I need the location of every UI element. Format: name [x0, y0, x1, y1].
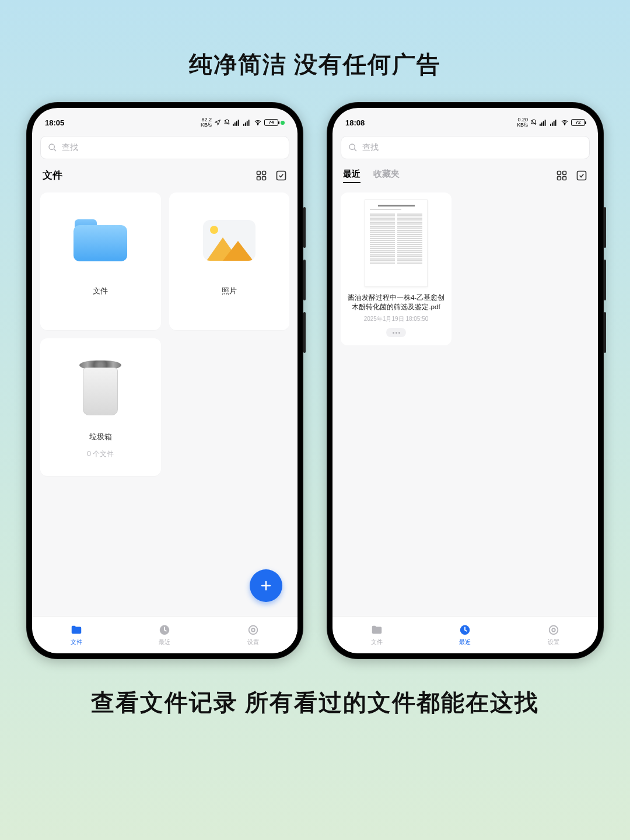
net-speed: 0.20 KB/s — [517, 117, 528, 128]
promo-headline-bottom: 查看文件记录 所有看过的文件都能在这找 — [0, 687, 630, 719]
search-icon — [48, 143, 57, 152]
svg-rect-6 — [247, 121, 248, 126]
promo-headline-top: 纯净简洁 没有任何广告 — [0, 48, 630, 80]
svg-rect-11 — [262, 171, 266, 174]
signal-icon — [540, 119, 548, 126]
net-speed: 82.2 KB/s — [201, 117, 212, 128]
svg-rect-23 — [552, 123, 553, 126]
header-row: 最近 收藏夹 — [332, 159, 598, 188]
wifi-icon — [561, 119, 569, 126]
document-thumbnail-icon — [365, 200, 428, 287]
svg-rect-14 — [277, 171, 286, 180]
trash-count: 0 个文件 — [87, 449, 114, 459]
checkbox-icon — [576, 170, 587, 181]
search-placeholder: 查找 — [62, 142, 78, 153]
status-time: 18:05 — [45, 118, 64, 127]
files-card[interactable]: 文件 — [40, 192, 161, 330]
svg-rect-12 — [257, 176, 261, 180]
gear-nav-icon — [547, 624, 560, 636]
recent-file-more-button[interactable] — [386, 328, 406, 337]
photos-label: 照片 — [222, 286, 237, 296]
trash-icon — [78, 357, 123, 415]
select-button[interactable] — [275, 170, 287, 181]
search-input[interactable]: 查找 — [341, 136, 590, 159]
battery-icon: 74 — [264, 119, 278, 126]
mute-icon — [223, 119, 230, 126]
recent-file-time: 2025年1月19日 18:05:50 — [364, 315, 429, 323]
phones-row: 18:05 82.2 KB/s 74 查找 — [26, 102, 604, 659]
recent-file-card[interactable]: 酱油发酵过程中一株4-乙基愈创木酚转化菌的筛选及鉴定.pdf 2025年1月19… — [341, 192, 452, 345]
wifi-icon — [254, 119, 262, 126]
svg-rect-19 — [541, 123, 542, 126]
svg-rect-10 — [257, 171, 261, 174]
folder-nav-icon — [370, 624, 383, 636]
nav-recent[interactable]: 最近 — [459, 624, 471, 646]
add-button[interactable] — [250, 569, 282, 602]
svg-point-35 — [552, 628, 555, 632]
search-input[interactable]: 查找 — [40, 136, 289, 159]
grid-icon — [556, 170, 568, 181]
select-button[interactable] — [576, 170, 587, 181]
tab-recent[interactable]: 最近 — [343, 169, 360, 182]
svg-point-34 — [550, 626, 558, 635]
svg-rect-28 — [558, 171, 561, 174]
location-icon — [214, 119, 221, 126]
grid-icon — [256, 170, 267, 181]
status-right: 0.20 KB/s 72 — [517, 117, 585, 128]
svg-rect-21 — [545, 120, 546, 126]
photos-card[interactable]: 照片 — [169, 192, 290, 330]
screen-right: 18:08 0.20 KB/s 72 查找 — [332, 108, 598, 653]
recent-file-name: 酱油发酵过程中一株4-乙基愈创木酚转化菌的筛选及鉴定.pdf — [346, 293, 446, 312]
nav-files[interactable]: 文件 — [370, 624, 383, 646]
svg-rect-25 — [555, 120, 556, 126]
status-bar: 18:05 82.2 KB/s 74 — [32, 113, 298, 132]
view-grid-button[interactable] — [556, 170, 568, 181]
svg-rect-30 — [558, 176, 561, 180]
svg-point-17 — [251, 628, 255, 632]
trash-card[interactable]: 垃圾箱 0 个文件 — [40, 338, 161, 476]
svg-point-27 — [349, 144, 355, 149]
tab-favorites[interactable]: 收藏夹 — [373, 169, 400, 182]
content-area: 文件 照片 垃圾箱 0 个文件 — [32, 188, 298, 616]
header-actions — [556, 170, 587, 181]
battery-icon: 72 — [571, 119, 585, 126]
nav-recent-label: 最近 — [159, 638, 170, 646]
svg-rect-1 — [235, 123, 236, 126]
svg-rect-31 — [563, 176, 566, 180]
clock-nav-icon — [158, 624, 171, 636]
svg-rect-22 — [550, 124, 551, 126]
nav-settings[interactable]: 设置 — [247, 624, 260, 646]
svg-rect-4 — [243, 124, 244, 126]
category-grid: 文件 照片 垃圾箱 0 个文件 — [40, 192, 289, 476]
gear-nav-icon — [247, 624, 260, 636]
phone-right: 18:08 0.20 KB/s 72 查找 — [327, 102, 604, 659]
signal-icon — [233, 119, 241, 126]
folder-icon — [74, 219, 127, 261]
bottom-nav: 文件 最近 设置 — [332, 616, 598, 653]
nav-files[interactable]: 文件 — [70, 624, 83, 646]
status-right: 82.2 KB/s 74 — [201, 117, 285, 128]
screen-left: 18:05 82.2 KB/s 74 查找 — [32, 108, 298, 653]
svg-rect-29 — [563, 171, 566, 174]
camera-active-dot — [281, 121, 285, 125]
page-title: 文件 — [43, 169, 62, 182]
header-tabs: 最近 收藏夹 — [343, 169, 400, 182]
nav-settings[interactable]: 设置 — [547, 624, 560, 646]
plus-icon — [259, 579, 273, 593]
svg-rect-2 — [236, 121, 237, 126]
nav-recent[interactable]: 最近 — [158, 624, 171, 646]
svg-point-9 — [49, 144, 54, 149]
nav-settings-label: 设置 — [247, 638, 259, 646]
files-label: 文件 — [93, 286, 108, 296]
view-grid-button[interactable] — [256, 170, 267, 181]
nav-recent-label: 最近 — [459, 638, 471, 646]
nav-settings-label: 设置 — [548, 638, 559, 646]
photo-icon — [203, 220, 256, 261]
nav-files-label: 文件 — [71, 638, 82, 646]
svg-rect-3 — [238, 120, 239, 126]
checkbox-icon — [275, 170, 287, 181]
content-area: 酱油发酵过程中一株4-乙基愈创木酚转化菌的筛选及鉴定.pdf 2025年1月19… — [332, 188, 598, 616]
svg-rect-5 — [245, 123, 246, 126]
svg-rect-13 — [262, 176, 266, 180]
folder-nav-icon — [70, 624, 83, 636]
